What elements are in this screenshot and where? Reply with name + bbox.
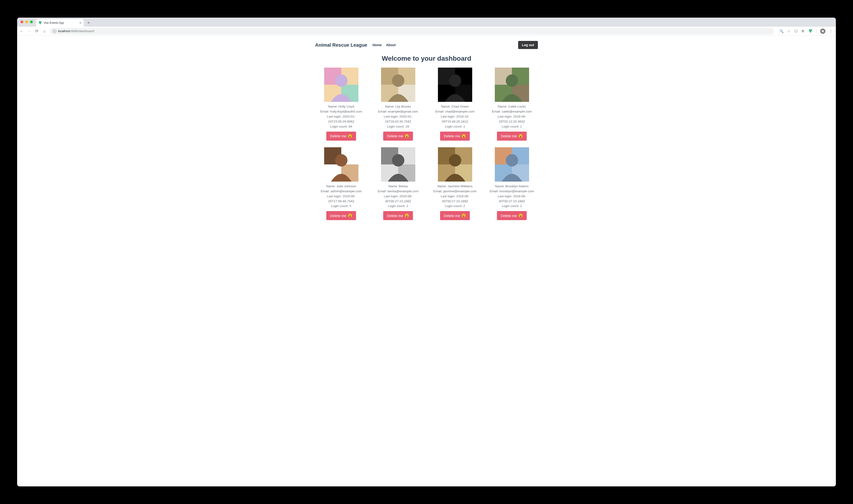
svg-point-23 <box>392 154 404 166</box>
user-email-line: Email: brooklyn@example.com <box>486 189 538 194</box>
brand-title: Animal Rescue League <box>315 42 367 48</box>
nav-link-home[interactable]: Home <box>373 43 382 47</box>
svg-point-3 <box>335 74 347 87</box>
home-button[interactable]: ⌂ <box>42 29 47 33</box>
user-name-line: Name: Caleb Locks <box>486 104 538 109</box>
browser-toolbar: ← → ⟳ ⌂ i localhost:8080/dashboard/ 🔍 ☆ … <box>17 26 836 36</box>
tab-title: Vue Events App <box>44 21 64 24</box>
user-email-line: Email: example@gmail.com <box>372 109 424 114</box>
toolbar-divider <box>816 29 816 33</box>
delete-user-button[interactable]: Delete me 😮 <box>326 131 356 141</box>
svg-point-7 <box>392 74 404 87</box>
kebab-menu-icon[interactable]: ⋮ <box>829 29 833 33</box>
user-card: Name: Chad Green Email: chad@example.com… <box>429 68 481 141</box>
shield-extension-icon[interactable]: ⛨ <box>801 29 805 33</box>
address-bar[interactable]: i localhost:8080/dashboard/ <box>50 28 774 35</box>
user-grid: Name: Holly Lloyd Email: holly.lloyd@aut… <box>315 68 538 230</box>
delete-user-button[interactable]: Delete me 😮 <box>497 211 527 220</box>
user-name-line: Name: Brooklyn Adams <box>486 184 538 189</box>
tab-strip: Vue Events App × + <box>17 18 836 26</box>
user-email-line: Email: jasmine@example.com <box>429 189 481 194</box>
crying-face-icon: 😮 <box>405 134 409 138</box>
user-card: Name: Becka Email: becka@example.com Las… <box>372 147 424 220</box>
user-last-login-line: Last login: 2019-09-25T17:58:48.734Z <box>315 194 367 204</box>
user-name-line: Name: Becka <box>372 184 424 189</box>
svg-point-15 <box>506 74 518 87</box>
user-name-line: Name: Chad Green <box>429 104 481 109</box>
browser-tab[interactable]: Vue Events App × <box>36 19 84 26</box>
forward-button[interactable]: → <box>27 29 32 33</box>
user-photo <box>324 147 359 182</box>
user-email-line: Email: caleb@example.com <box>486 109 538 114</box>
nav-link-about[interactable]: About <box>386 43 396 47</box>
user-card: Name: Jasmine Williams Email: jasmine@ex… <box>429 147 481 220</box>
user-card: Name: Brooklyn Adams Email: brooklyn@exa… <box>486 147 538 220</box>
user-last-login-line: Last login: 2019-09-28T02:12:20.464Z <box>486 114 538 124</box>
user-name-line: Name: Lily Brooks <box>372 104 424 109</box>
back-button[interactable]: ← <box>19 29 24 33</box>
close-tab-icon[interactable]: × <box>79 21 81 25</box>
zoom-icon[interactable]: 🔍 <box>779 29 783 33</box>
user-email-line: Email: admin@example.com <box>315 189 367 194</box>
minimize-window-button[interactable] <box>25 20 28 23</box>
user-login-count-line: Login count: 1 <box>486 124 538 129</box>
new-tab-button[interactable]: + <box>85 19 92 26</box>
vue-devtools-icon[interactable] <box>809 29 812 33</box>
user-photo <box>438 147 472 182</box>
user-last-login-line: Last login: 2020-01-24T18:43:30.754Z <box>372 114 424 124</box>
toolbar-actions: 🔍 ☆ ⓘ ⛨ ⋮ <box>779 29 833 34</box>
crying-face-icon: 😮 <box>519 213 523 218</box>
user-photo <box>324 68 359 102</box>
user-card: Name: Caleb Locks Email: caleb@example.c… <box>486 68 538 141</box>
user-login-count-line: Login count: 2 <box>372 204 424 209</box>
user-photo <box>438 68 472 102</box>
nav-links: Home About <box>373 43 396 47</box>
user-card: Name: Holly Lloyd Email: holly.lloyd@aut… <box>315 68 367 141</box>
delete-user-button[interactable]: Delete me 😮 <box>497 131 527 141</box>
crying-face-icon: 😮 <box>405 213 409 218</box>
user-login-count-line: Login count: 1 <box>429 124 481 129</box>
reload-button[interactable]: ⟳ <box>35 29 39 33</box>
user-card: Name: Lily Brooks Email: example@gmail.c… <box>372 68 424 141</box>
logout-button[interactable]: Log out <box>518 41 538 49</box>
crying-face-icon: 😮 <box>348 134 352 138</box>
user-name-line: Name: Holly Lloyd <box>315 104 367 109</box>
maximize-window-button[interactable] <box>30 20 33 23</box>
user-name-line: Name: Julie Johnson <box>315 184 367 189</box>
user-last-login-line: Last login: 2019-10-09T15:49:28.181Z <box>429 114 481 124</box>
user-login-count-line: Login count: 29 <box>372 124 424 129</box>
user-email-line: Email: becka@example.com <box>372 189 424 194</box>
user-photo <box>495 68 529 102</box>
user-last-login-line: Last login: 2019-08-30T00:27:15.188Z <box>372 194 424 204</box>
user-email-line: Email: holly.lloyd@auth0.com <box>315 109 367 114</box>
svg-point-11 <box>449 74 461 87</box>
user-login-count-line: Login count: 64 <box>315 124 367 129</box>
svg-point-31 <box>506 154 518 166</box>
close-window-button[interactable] <box>20 20 23 23</box>
user-last-login-line: Last login: 2019-08-30T00:27:15.188Z <box>429 194 481 204</box>
svg-point-19 <box>335 154 347 166</box>
info-extension-icon[interactable]: ⓘ <box>794 29 798 33</box>
url-text: localhost:8080/dashboard/ <box>58 29 94 33</box>
user-photo <box>381 147 415 182</box>
delete-user-button[interactable]: Delete me 😮 <box>383 131 413 141</box>
delete-user-button[interactable]: Delete me 😮 <box>383 211 413 220</box>
svg-point-27 <box>449 154 461 166</box>
bookmark-star-icon[interactable]: ☆ <box>787 29 791 33</box>
window-controls <box>20 20 33 23</box>
site-info-icon[interactable]: i <box>53 30 56 33</box>
user-photo <box>495 147 529 182</box>
crying-face-icon: 😮 <box>519 134 523 138</box>
user-email-line: Email: chad@example.com <box>429 109 481 114</box>
user-card: Name: Julie Johnson Email: admin@example… <box>315 147 367 220</box>
delete-user-button[interactable]: Delete me 😮 <box>326 211 356 220</box>
profile-avatar-icon[interactable] <box>820 29 825 34</box>
page-title: Welcome to your dashboard <box>315 55 538 62</box>
user-login-count-line: Login count: 2 <box>486 204 538 209</box>
user-name-line: Name: Jasmine Williams <box>429 184 481 189</box>
vue-favicon-icon <box>39 21 42 24</box>
delete-user-button[interactable]: Delete me 😮 <box>440 131 470 141</box>
app-navbar: Animal Rescue League Home About Log out <box>315 36 538 51</box>
delete-user-button[interactable]: Delete me 😮 <box>440 211 470 220</box>
crying-face-icon: 😮 <box>348 213 352 218</box>
